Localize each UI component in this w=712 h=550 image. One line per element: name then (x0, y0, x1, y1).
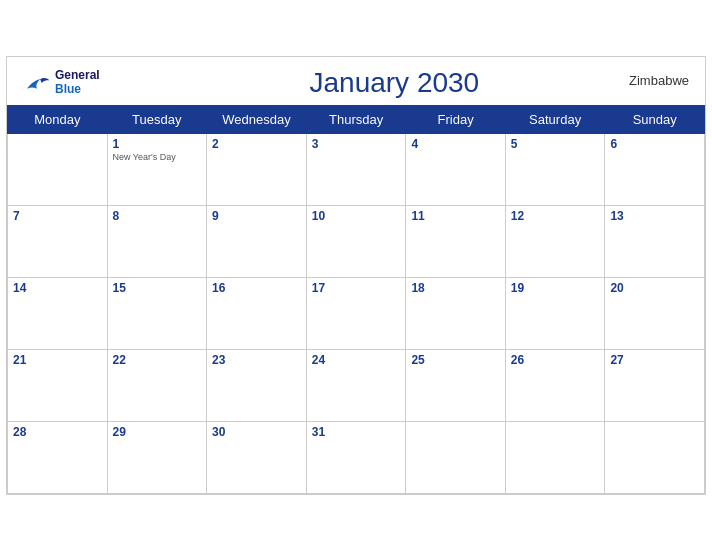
day-number: 7 (13, 209, 102, 223)
calendar-cell: 15 (107, 277, 207, 349)
weekday-header-thursday: Thursday (306, 105, 406, 133)
calendar-cell: 18 (406, 277, 505, 349)
calendar-cell (8, 133, 108, 205)
logo: General Blue (23, 69, 100, 95)
weekday-header-tuesday: Tuesday (107, 105, 207, 133)
day-number: 14 (13, 281, 102, 295)
calendar-cell: 5 (505, 133, 605, 205)
day-number: 13 (610, 209, 699, 223)
day-number: 24 (312, 353, 401, 367)
weekday-header-row: MondayTuesdayWednesdayThursdayFridaySatu… (8, 105, 705, 133)
calendar-cell: 23 (207, 349, 307, 421)
day-number: 23 (212, 353, 301, 367)
calendar-cell: 7 (8, 205, 108, 277)
day-number: 21 (13, 353, 102, 367)
weekday-header-friday: Friday (406, 105, 505, 133)
calendar-cell (505, 421, 605, 493)
day-number: 8 (113, 209, 202, 223)
weekday-header-sunday: Sunday (605, 105, 705, 133)
calendar-cell: 22 (107, 349, 207, 421)
calendar-cell: 9 (207, 205, 307, 277)
calendar-cell: 10 (306, 205, 406, 277)
holiday-label: New Year's Day (113, 152, 202, 162)
calendar-body: 1New Year's Day2345678910111213141516171… (8, 133, 705, 493)
day-number: 29 (113, 425, 202, 439)
calendar-cell: 27 (605, 349, 705, 421)
calendar-cell: 31 (306, 421, 406, 493)
calendar-cell: 2 (207, 133, 307, 205)
day-number: 15 (113, 281, 202, 295)
calendar-cell: 19 (505, 277, 605, 349)
logo-texts: General Blue (55, 69, 100, 95)
day-number: 9 (212, 209, 301, 223)
day-number: 26 (511, 353, 600, 367)
calendar-cell (605, 421, 705, 493)
calendar-cell: 4 (406, 133, 505, 205)
calendar-cell: 12 (505, 205, 605, 277)
day-number: 18 (411, 281, 499, 295)
logo-blue: Blue (55, 83, 100, 96)
calendar-cell (406, 421, 505, 493)
calendar-week-row: 78910111213 (8, 205, 705, 277)
logo-bird-icon (23, 74, 51, 92)
day-number: 19 (511, 281, 600, 295)
day-number: 27 (610, 353, 699, 367)
day-number: 22 (113, 353, 202, 367)
day-number: 17 (312, 281, 401, 295)
day-number: 12 (511, 209, 600, 223)
day-number: 25 (411, 353, 499, 367)
calendar-cell: 29 (107, 421, 207, 493)
calendar-cell: 30 (207, 421, 307, 493)
calendar-cell: 6 (605, 133, 705, 205)
day-number: 4 (411, 137, 499, 151)
day-number: 30 (212, 425, 301, 439)
weekday-header-monday: Monday (8, 105, 108, 133)
day-number: 5 (511, 137, 600, 151)
calendar-cell: 3 (306, 133, 406, 205)
weekday-header-saturday: Saturday (505, 105, 605, 133)
calendar-week-row: 21222324252627 (8, 349, 705, 421)
calendar-week-row: 14151617181920 (8, 277, 705, 349)
day-number: 16 (212, 281, 301, 295)
day-number: 11 (411, 209, 499, 223)
day-number: 20 (610, 281, 699, 295)
day-number: 28 (13, 425, 102, 439)
weekday-header-wednesday: Wednesday (207, 105, 307, 133)
calendar-week-row: 1New Year's Day23456 (8, 133, 705, 205)
day-number: 6 (610, 137, 699, 151)
calendar-cell: 25 (406, 349, 505, 421)
day-number: 31 (312, 425, 401, 439)
calendar-cell: 13 (605, 205, 705, 277)
calendar-cell: 26 (505, 349, 605, 421)
day-number: 3 (312, 137, 401, 151)
day-number: 1 (113, 137, 202, 151)
calendar-week-row: 28293031 (8, 421, 705, 493)
calendar-header: General Blue January 2030 Zimbabwe (7, 57, 705, 105)
calendar-cell: 28 (8, 421, 108, 493)
calendar-cell: 1New Year's Day (107, 133, 207, 205)
country-label: Zimbabwe (629, 73, 689, 88)
calendar-wrapper: General Blue January 2030 Zimbabwe Monda… (6, 56, 706, 495)
calendar-cell: 11 (406, 205, 505, 277)
calendar-thead: MondayTuesdayWednesdayThursdayFridaySatu… (8, 105, 705, 133)
calendar-title: January 2030 (100, 67, 689, 99)
calendar-cell: 14 (8, 277, 108, 349)
calendar-grid: MondayTuesdayWednesdayThursdayFridaySatu… (7, 105, 705, 494)
day-number: 2 (212, 137, 301, 151)
logo-general: General (55, 69, 100, 82)
calendar-cell: 17 (306, 277, 406, 349)
calendar-cell: 21 (8, 349, 108, 421)
day-number: 10 (312, 209, 401, 223)
calendar-cell: 24 (306, 349, 406, 421)
calendar-cell: 20 (605, 277, 705, 349)
calendar-cell: 16 (207, 277, 307, 349)
calendar-cell: 8 (107, 205, 207, 277)
